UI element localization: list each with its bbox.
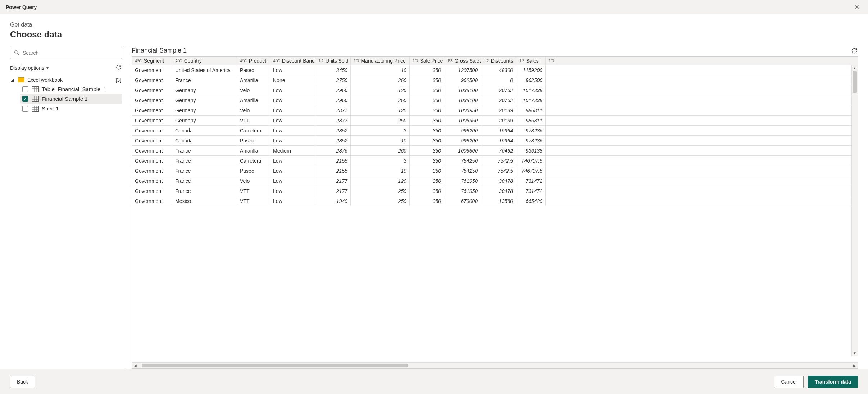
cell: Government [132,196,172,206]
column-header[interactable]: 1²3Gross Sales [444,57,481,65]
cell: 350 [410,65,444,75]
table-row[interactable]: GovernmentFrancePaseoLow2155103507542507… [132,166,858,176]
cancel-button[interactable]: Cancel [774,376,804,388]
horizontal-scrollbar[interactable]: ◀ ▶ [132,362,858,368]
tree-item[interactable]: ✓Financial Sample 1 [20,94,122,104]
cell: 1207500 [444,65,481,75]
column-header[interactable]: AᴮCDiscount Band [270,57,315,65]
table-row[interactable]: GovernmentGermanyVTTLow28772503501006950… [132,116,858,126]
table-row[interactable]: GovernmentFranceAmarillaNone275026035096… [132,75,858,85]
search-input[interactable] [22,50,118,56]
cell: Government [132,186,172,196]
column-header[interactable]: 1.2Sales [516,57,546,65]
checkbox[interactable]: ✓ [22,96,28,102]
cell: Government [132,126,172,135]
cell: 350 [410,75,444,85]
cell: 998200 [444,136,481,145]
navigator-pane: Display options ▾ ◢ Excel workbook [3] T… [10,47,125,369]
column-header[interactable]: 1.2Discounts [481,57,516,65]
cell: Medium [270,146,315,155]
checkbox[interactable] [22,106,28,112]
tree-item[interactable]: Sheet1 [20,104,122,113]
cell: 10 [351,166,410,176]
window-title: Power Query [6,4,37,10]
scroll-left-icon[interactable]: ◀ [132,363,138,368]
table-icon [32,86,39,92]
tree-root-excel-workbook[interactable]: ◢ Excel workbook [3] [10,76,122,84]
cell: 350 [410,156,444,166]
table-row[interactable]: GovernmentFranceVTTLow217725035076195030… [132,186,858,196]
cell: Paseo [237,166,270,176]
table-row[interactable]: GovernmentCanadaPaseoLow2852103509982001… [132,136,858,146]
display-options[interactable]: Display options ▾ [10,64,122,72]
chevron-down-icon: ▾ [46,65,49,71]
checkbox[interactable] [22,86,28,92]
type-dec-icon: 1.2 [484,59,489,63]
column-header[interactable]: AᴮCCountry [172,57,237,65]
vertical-scrollbar[interactable]: ▲ ▼ [851,65,858,356]
cell: Germany [172,116,237,125]
cell: 260 [351,95,410,105]
hscroll-track[interactable] [138,363,851,368]
cell: Government [132,85,172,95]
cell: Germany [172,105,237,115]
cell: Low [270,116,315,125]
cell: 746707.5 [516,156,546,166]
cell: 2750 [315,75,351,85]
cell: Government [132,65,172,75]
column-label: Discount Band [282,58,315,64]
refresh-icon[interactable] [115,64,122,72]
grid-header-row: AᴮCSegmentAᴮCCountryAᴮCProductAᴮCDiscoun… [132,57,858,65]
cell: 761950 [444,186,481,196]
table-row[interactable]: GovernmentFranceCarreteraLow215533507542… [132,156,858,166]
cell: Paseo [237,65,270,75]
grid-body: GovernmentUnited States of AmericaPaseoL… [132,65,858,362]
column-header[interactable]: 1²3Sale Price [410,57,444,65]
cell: Low [270,95,315,105]
scroll-right-icon[interactable]: ▶ [851,363,858,368]
column-header[interactable]: 1²3 [546,57,556,65]
close-icon[interactable]: ✕ [851,2,862,13]
column-header[interactable]: AᴮCProduct [237,57,270,65]
column-header[interactable]: AᴮCSegment [132,57,172,65]
transform-data-button[interactable]: Transform data [808,376,858,388]
cell: VTT [237,186,270,196]
scroll-up-icon[interactable]: ▲ [852,65,858,71]
cell: 350 [410,116,444,125]
cell: 962500 [444,75,481,85]
vscroll-track[interactable] [852,71,858,350]
table-row[interactable]: GovernmentUnited States of AmericaPaseoL… [132,65,858,75]
column-header[interactable]: 1.2Units Sold [315,57,351,65]
table-row[interactable]: GovernmentGermanyVeloLow2966120350103810… [132,85,858,95]
table-row[interactable]: GovernmentCanadaCarreteraLow285233509982… [132,126,858,136]
cell: 13580 [481,196,516,206]
tree-item-label: Financial Sample 1 [42,96,88,102]
cell: Amarilla [237,75,270,85]
cell: 0 [481,75,516,85]
column-label: Segment [144,58,164,64]
table-row[interactable]: GovernmentGermanyVeloLow2877120350100695… [132,105,858,116]
cell: France [172,186,237,196]
type-int-icon: 1²3 [413,59,418,63]
column-label: Manufacturing Price [361,58,406,64]
scroll-down-icon[interactable]: ▼ [852,350,858,356]
table-row[interactable]: GovernmentMexicoVTTLow194025035067900013… [132,196,858,206]
hscroll-thumb[interactable] [142,364,408,367]
back-button[interactable]: Back [10,376,35,388]
cell: Low [270,65,315,75]
refresh-preview-icon[interactable] [851,47,858,56]
column-header[interactable]: 1²3Manufacturing Price [351,57,410,65]
cell: 2966 [315,95,351,105]
cell: 250 [351,116,410,125]
cell: Germany [172,95,237,105]
vscroll-thumb[interactable] [853,71,857,93]
table-row[interactable]: GovernmentGermanyAmarillaLow296626035010… [132,95,858,105]
tree-item[interactable]: Table_Financial_Sample_1 [20,84,122,94]
cell: 679000 [444,196,481,206]
cell: 978236 [516,136,546,145]
table-row[interactable]: GovernmentFranceVeloLow21771203507619503… [132,176,858,186]
table-row[interactable]: GovernmentFranceAmarillaMedium2876260350… [132,146,858,156]
collapse-toggle-icon[interactable]: ◢ [11,78,16,82]
cell: 350 [410,95,444,105]
search-box[interactable] [10,47,122,59]
